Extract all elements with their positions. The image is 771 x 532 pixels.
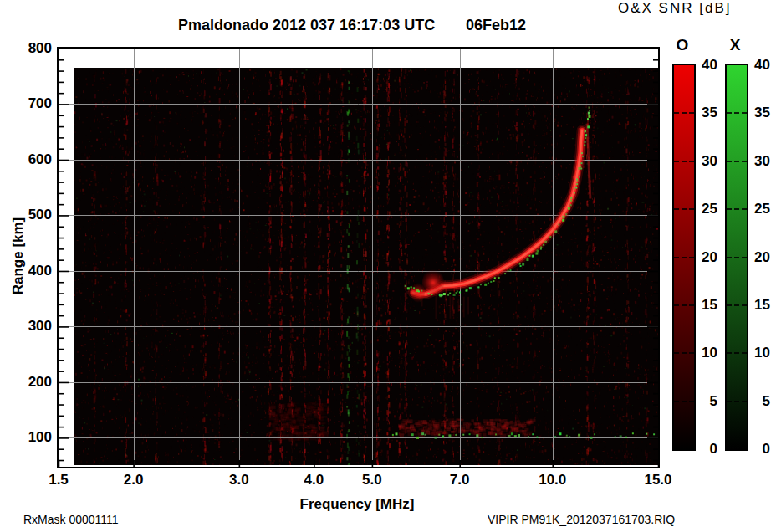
colorbar-tick-label: 5 [697,393,717,410]
colorbar-tick-dash [674,161,694,162]
ionogram-page: Pmaldonado 2012 037 16:17:03 UTC 06Feb12… [0,0,771,532]
ionogram-plot-canvas [59,49,658,467]
x-tick-label: 5.0 [352,472,392,489]
colorbar-tick-dash [727,352,747,354]
colorbar-tick-label: 40 [697,57,717,74]
colorbar-tick-label: 40 [750,57,770,74]
colorbar-tick-dash [727,208,747,210]
colorbar-tick-label: 0 [697,441,717,458]
colorbar-title: O&X SNR [dB] [618,0,731,17]
x-tick-label: 7.0 [440,472,480,489]
x-tick-label: 10.0 [533,472,573,489]
y-tick-label: 100 [7,429,52,446]
colorbar-tick-dash [727,257,747,258]
y-tick-label: 700 [7,95,52,112]
colorbar-tick-dash [727,304,747,306]
colorbar-tick-dash [727,401,747,402]
colorbar-tick-dash [727,112,747,114]
colorbar-tick-label: 25 [750,201,770,217]
rxmask-status: RxMask 00001111 [23,513,119,526]
y-tick-label: 200 [7,374,52,391]
y-tick-label: 800 [7,40,52,57]
colorbar-tick-label: 35 [750,105,770,121]
colorbar-tick-label: 30 [750,153,770,170]
colorbar-tick-label: 15 [697,297,717,314]
colorbar-tick-label: 0 [750,441,770,458]
colorbar-tick-dash [674,304,694,306]
colorbar-tick-label: 30 [697,153,717,170]
colorbar-tick-dash [674,352,694,354]
colorbar-tick-label: 10 [697,345,717,361]
colorbar-tick-dash [674,257,694,258]
colorbar-tick-label: 20 [697,249,717,266]
colorbar-tick-label: 35 [697,105,717,121]
x-tick-label: 1.5 [38,472,79,489]
colorbar-x [725,64,748,451]
colorbar-tick-dash [674,112,694,114]
page-title-date: 06Feb12 [466,17,526,34]
colorbar-tick-label: 20 [750,249,770,266]
y-tick-label: 400 [7,263,52,279]
y-tick-label: 600 [7,151,52,168]
colorbar-tick-label: 5 [750,393,770,410]
colorbar-tick-dash [727,161,747,162]
y-tick-label: 300 [7,318,52,335]
colorbar-tick-dash [674,208,694,210]
x-tick-label: 15.0 [638,472,678,489]
y-tick-label: 500 [7,207,52,223]
colorbar-x-label: X [723,36,747,54]
colorbar-tick-dash [674,401,694,402]
page-title: Pmaldonado 2012 037 16:17:03 UTC [178,17,435,34]
x-tick-label: 2.0 [114,472,154,489]
source-file-name: VIPIR PM91K_2012037161703.RIQ [488,513,675,526]
plot-frame [57,47,660,468]
colorbar-tick-label: 10 [750,345,770,361]
x-axis-label: Frequency [MHz] [290,496,424,513]
colorbar-o-label: O [671,36,694,54]
colorbar-tick-label: 25 [697,201,717,217]
x-tick-label: 3.0 [219,472,259,489]
colorbar-tick-label: 15 [750,297,770,314]
colorbar-o [672,64,696,451]
y-axis-label: Range [km] [10,210,27,302]
x-tick-label: 4.0 [294,472,334,489]
